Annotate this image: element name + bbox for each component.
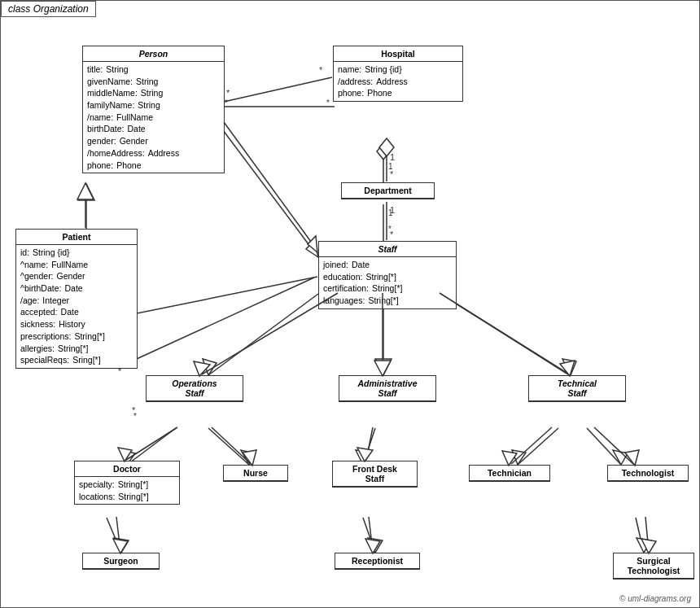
doctor-attrs: specialty:String[*] locations:String[*] [75, 477, 179, 504]
doctor-title: Doctor [75, 461, 179, 477]
receptionist-class: Receptionist [335, 553, 420, 570]
mult-dept-staff2: * [388, 225, 392, 234]
front-desk-staff-title: Front DeskStaff [333, 461, 417, 487]
svg-line-6 [221, 127, 318, 257]
patient-attrs: id:String {id} ^name:FullName ^gender:Ge… [16, 245, 137, 368]
svg-line-22 [587, 428, 621, 465]
patient-title: Patient [16, 230, 137, 245]
svg-line-20 [518, 428, 558, 465]
administrative-staff-title: AdministrativeStaff [339, 376, 435, 401]
operations-staff-class: OperationsStaff [146, 375, 243, 402]
svg-line-28 [636, 518, 644, 553]
technical-staff-title: TechnicalStaff [529, 376, 625, 401]
nurse-title: Nurse [224, 466, 287, 481]
diagram-title: class Organization [1, 1, 96, 17]
svg-marker-23 [613, 450, 628, 465]
svg-line-12 [440, 294, 571, 375]
operations-staff-title: OperationsStaff [147, 376, 243, 401]
person-class: Person title:String givenName:String mid… [82, 46, 225, 173]
mult-person-hospital-right: * [326, 98, 330, 107]
mult-dept-staff: 1 [388, 208, 393, 217]
svg-marker-25 [114, 538, 129, 553]
svg-marker-5 [78, 184, 94, 200]
svg-marker-7 [306, 241, 318, 257]
mult-ops-star: * [133, 412, 137, 421]
svg-line-30 [119, 278, 314, 367]
staff-class: Staff joined:Date education:String[*] ce… [318, 241, 457, 309]
technologist-class: Technologist [607, 465, 689, 482]
surgeon-class: Surgeon [82, 553, 160, 570]
svg-line-16 [208, 428, 249, 465]
hospital-class: Hospital name:String {id} /address:Addre… [333, 46, 463, 102]
person-attrs: title:String givenName:String middleName… [83, 62, 224, 173]
svg-marker-27 [368, 538, 383, 553]
administrative-staff-class: AdministrativeStaff [339, 375, 436, 402]
svg-marker-13 [562, 359, 576, 375]
department-title: Department [342, 183, 434, 199]
patient-class: Patient id:String {id} ^name:FullName ^g… [15, 229, 138, 369]
surgeon-title: Surgeon [83, 553, 159, 569]
diagram-container: class Organization [0, 0, 700, 608]
department-class: Department [341, 182, 435, 199]
technical-staff-class: TechnicalStaff [528, 375, 626, 402]
copyright: © uml-diagrams.org [619, 594, 691, 603]
svg-line-18 [363, 428, 375, 465]
mult-person-hospital-left: * [225, 98, 228, 107]
technician-class: Technician [469, 465, 550, 482]
front-desk-staff-class: Front DeskStaff [332, 461, 418, 488]
surgical-technologist-class: SurgicalTechnologist [613, 553, 694, 580]
svg-marker-11 [375, 359, 392, 375]
staff-attrs: joined:Date education:String[*] certific… [319, 257, 456, 308]
person-title: Person [83, 46, 224, 62]
staff-title: Staff [319, 242, 456, 257]
svg-line-14 [127, 428, 176, 465]
svg-marker-2 [377, 143, 390, 160]
svg-marker-9 [203, 359, 217, 375]
nurse-class: Nurse [223, 465, 288, 482]
doctor-class: Doctor specialty:String[*] locations:Str… [74, 461, 180, 505]
surgical-technologist-title: SurgicalTechnologist [614, 553, 693, 579]
mult-hospital-dept: 1 [388, 162, 393, 171]
technologist-title: Technologist [608, 466, 688, 481]
svg-line-26 [363, 518, 375, 553]
svg-line-24 [107, 518, 121, 553]
receptionist-title: Receptionist [335, 553, 419, 569]
svg-line-8 [208, 294, 318, 375]
technician-title: Technician [470, 466, 549, 481]
svg-marker-29 [637, 538, 651, 553]
svg-marker-21 [512, 450, 526, 465]
hospital-title: Hospital [334, 46, 462, 62]
svg-marker-17 [241, 450, 255, 465]
hospital-attrs: name:String {id} /address:Address phone:… [334, 62, 462, 101]
